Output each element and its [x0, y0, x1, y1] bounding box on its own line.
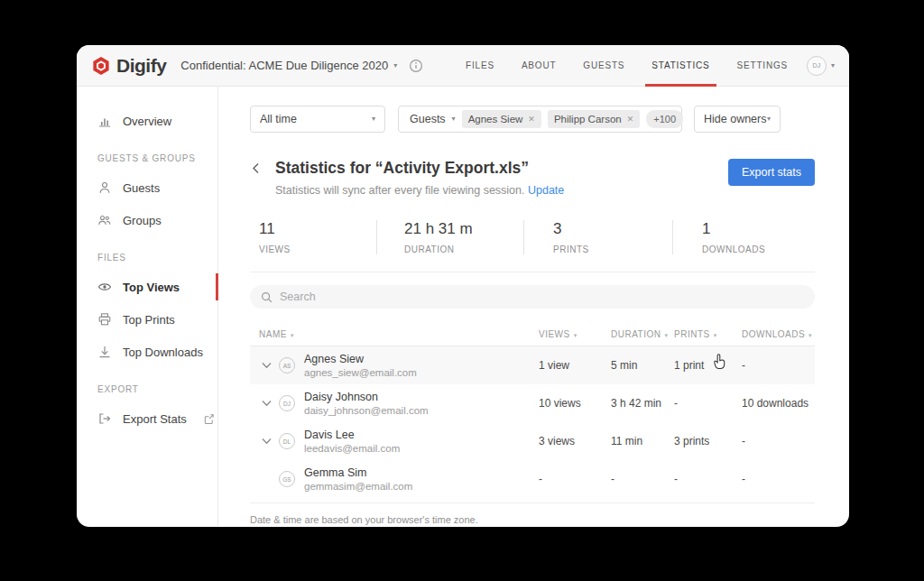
sidebar-section-files: FILES: [97, 253, 217, 263]
search-icon: [261, 291, 273, 303]
guests-filter-label: Guests: [410, 113, 446, 125]
back-button[interactable]: [250, 161, 263, 175]
sidebar: Overview GUESTS & GROUPS Guests Groups F…: [77, 87, 218, 526]
timezone-note: Date & time are based on your browser's …: [250, 503, 815, 525]
time-range-select[interactable]: All time ▾: [250, 106, 385, 133]
chevron-down-icon[interactable]: [261, 400, 272, 407]
stat-downloads-label: DOWNLOADS: [702, 244, 765, 254]
column-header-duration[interactable]: DURATION▾: [602, 329, 665, 339]
sidebar-item-groups[interactable]: Groups: [77, 204, 217, 236]
table-row[interactable]: AS Agnes Siew agnes_siew@email.com 1 vie…: [250, 346, 815, 384]
cell-downloads: -: [733, 359, 815, 372]
owners-filter-value: Hide owners: [704, 113, 766, 125]
chevron-down-icon[interactable]: [261, 438, 272, 445]
stat-prints-value: 3: [553, 220, 672, 238]
cell-duration: -: [602, 473, 665, 485]
guest-email: agnes_siew@email.com: [304, 367, 417, 378]
stats-summary: 11 VIEWS 21 h 31 m DURATION 3 PRINTS 1 D…: [250, 220, 815, 254]
guest-chip[interactable]: Philipp Carson ✕: [548, 110, 640, 128]
chevron-down-icon: ▾: [831, 62, 835, 69]
stat-downloads: 1 DOWNLOADS: [672, 220, 765, 254]
cell-views: 3 views: [530, 435, 602, 447]
guest-email: leedavis@email.com: [304, 443, 400, 454]
stat-downloads-value: 1: [702, 220, 765, 238]
sidebar-item-guests[interactable]: Guests: [77, 171, 217, 204]
close-icon[interactable]: ✕: [627, 115, 634, 124]
export-stats-button[interactable]: Export stats: [728, 159, 815, 186]
export-icon: [97, 411, 112, 426]
search-bar[interactable]: [250, 285, 815, 309]
tab-files[interactable]: FILES: [452, 45, 508, 87]
main-content: All time ▾ Guests ▾ Agnes Siew ✕ Philipp…: [218, 87, 849, 526]
column-header-views[interactable]: VIEWS▾: [530, 329, 602, 339]
cell-downloads: -: [733, 435, 815, 447]
guest-name: Gemma Sim: [304, 466, 412, 479]
sidebar-item-export-stats[interactable]: Export Stats: [77, 402, 217, 435]
sidebar-section-guests-groups: GUESTS & GROUPS: [97, 153, 217, 163]
eye-icon: [97, 280, 112, 294]
stat-prints: 3 PRINTS: [523, 220, 672, 254]
table-row[interactable]: DL Davis Lee leedavis@email.com 3 views …: [250, 422, 815, 460]
cell-downloads: -: [733, 473, 815, 485]
owners-filter-select[interactable]: Hide owners ▾: [694, 106, 781, 133]
avatar: DJ: [279, 395, 295, 411]
workspace-title-dropdown[interactable]: Confidential: ACME Due Diligence 2020 ▾: [180, 59, 397, 72]
guest-name: Daisy Johnson: [304, 391, 429, 403]
sidebar-item-top-downloads[interactable]: Top Downloads: [77, 336, 217, 368]
page-title: Statistics for “Activity Export.xls”: [275, 159, 564, 178]
more-guests-badge[interactable]: +100: [646, 110, 683, 128]
column-header-name[interactable]: NAME▾: [250, 329, 530, 339]
filter-bar: All time ▾ Guests ▾ Agnes Siew ✕ Philipp…: [250, 106, 815, 133]
tab-settings[interactable]: SETTINGS: [724, 45, 801, 87]
cell-downloads: 10 downloads: [733, 397, 815, 410]
sidebar-item-top-prints[interactable]: Top Prints: [77, 303, 217, 336]
chevron-down-icon[interactable]: [261, 362, 272, 369]
time-range-value: All time: [260, 113, 297, 125]
sort-caret-icon: ▾: [574, 332, 578, 338]
bar-chart-icon: [97, 114, 112, 128]
cell-views: 1 view: [530, 359, 602, 372]
table-header: NAME▾ VIEWS▾ DURATION▾ PRINTS▾ DOWNLOADS…: [250, 322, 815, 346]
cell-views: 10 views: [530, 397, 602, 410]
table-row[interactable]: GS Gemma Sim gemmasim@email.com - - - -: [250, 460, 815, 498]
digify-logo[interactable]: Digify: [91, 55, 166, 77]
guest-chip[interactable]: Agnes Siew ✕: [462, 110, 541, 128]
tab-about[interactable]: ABOUT: [508, 45, 569, 87]
sidebar-item-label: Export Stats: [123, 412, 187, 426]
table-row[interactable]: DJ Daisy Johnson daisy_johnson@email.com…: [250, 384, 815, 422]
sidebar-item-label: Guests: [123, 181, 160, 195]
cell-duration: 11 min: [602, 435, 665, 447]
sidebar-item-label: Top Prints: [123, 313, 175, 327]
sidebar-section-export: EXPORT: [97, 384, 217, 394]
printer-icon: [97, 312, 112, 327]
tab-guests[interactable]: GUESTS: [569, 45, 638, 87]
column-header-prints[interactable]: PRINTS▾: [665, 329, 733, 339]
update-link[interactable]: Update: [528, 184, 564, 197]
account-menu[interactable]: DJ ▾: [807, 56, 835, 76]
stat-prints-label: PRINTS: [553, 244, 672, 254]
chevron-down-icon: ▾: [767, 115, 771, 123]
guests-filter-select[interactable]: Guests ▾ Agnes Siew ✕ Philipp Carson ✕ +…: [398, 106, 682, 133]
stat-duration: 21 h 31 m DURATION: [376, 220, 523, 254]
people-icon: [97, 213, 112, 227]
sidebar-item-label: Top Views: [123, 281, 180, 294]
column-header-downloads[interactable]: DOWNLOADS▾: [733, 329, 815, 339]
logo-text: Digify: [116, 55, 166, 77]
sidebar-item-overview[interactable]: Overview: [77, 105, 217, 137]
sidebar-item-label: Groups: [123, 214, 162, 227]
sidebar-item-label: Overview: [123, 115, 171, 128]
cell-prints: -: [665, 397, 733, 410]
tab-statistics[interactable]: STATISTICS: [638, 45, 723, 87]
top-header: Digify Confidential: ACME Due Diligence …: [77, 45, 849, 87]
close-icon[interactable]: ✕: [528, 115, 535, 124]
search-input[interactable]: [280, 290, 804, 303]
sort-caret-icon: ▾: [714, 332, 717, 338]
guest-name: Davis Lee: [304, 429, 400, 441]
cell-prints: -: [665, 473, 733, 485]
sidebar-item-top-views[interactable]: Top Views: [77, 271, 217, 303]
digify-logo-icon: [91, 56, 111, 76]
chevron-down-icon: ▾: [372, 115, 375, 123]
info-icon[interactable]: [409, 59, 423, 73]
cell-views: -: [530, 473, 602, 485]
external-link-icon: [203, 413, 215, 425]
